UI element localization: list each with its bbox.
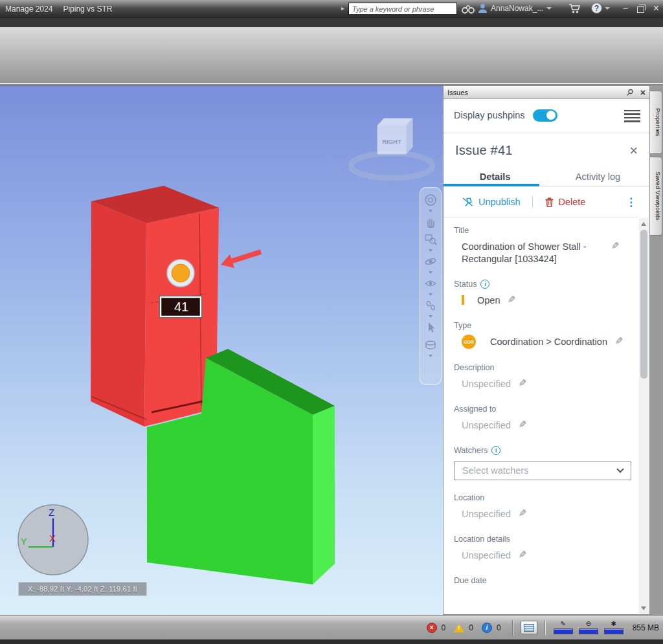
panel-pin-icon[interactable]: [626, 89, 634, 96]
type-field-label: Type: [454, 321, 631, 330]
status-bar: × 0 0 i 0 ✎ ⊖ ✱ 855 MB: [0, 615, 663, 639]
3d-mouse-tool-icon[interactable]: [423, 337, 438, 353]
location-edit-icon[interactable]: ✎: [519, 508, 527, 518]
pencil-meter-bar: [554, 628, 573, 634]
web-meter-bar: [604, 628, 624, 634]
delete-button[interactable]: Delete: [545, 197, 586, 208]
error-count-icon[interactable]: ×: [427, 623, 437, 633]
red-box-left-face[interactable]: [91, 201, 146, 427]
user-account-menu[interactable]: AnnaNowak_...: [478, 3, 552, 14]
model-viewport[interactable]: N S E RIGHT: [0, 85, 443, 615]
panel-scrollbar[interactable]: [639, 218, 649, 614]
title-edit-icon[interactable]: ✎: [611, 241, 620, 250]
disk-meter-bar: [579, 628, 598, 634]
3d-mouse-dropdown-icon[interactable]: [429, 355, 433, 357]
steering-wheel-dropdown-icon[interactable]: [429, 210, 433, 212]
coordination-type-badge: COR: [462, 335, 476, 349]
warning-count-icon[interactable]: [454, 623, 464, 632]
tab-properties[interactable]: Properties: [650, 91, 662, 154]
issues-menu-icon[interactable]: [624, 109, 640, 122]
viewcube-compass-ring[interactable]: [351, 153, 433, 178]
location-field-value: Unspecified: [462, 508, 511, 520]
help-menu[interactable]: ?: [591, 3, 610, 14]
titlebar-lower-strip: [0, 18, 663, 27]
annotation-arrow: [221, 252, 261, 268]
compass-letter-bottom[interactable]: E: [389, 179, 394, 186]
panel-divider: [444, 133, 649, 133]
toolbar-overflow-arrow-icon[interactable]: ▸: [341, 5, 344, 12]
sheet-browser-button[interactable]: [521, 621, 537, 634]
pan-tool-icon[interactable]: [423, 214, 438, 230]
type-edit-icon[interactable]: ✎: [615, 336, 624, 346]
description-field-label: Description: [454, 363, 631, 372]
unpublish-button[interactable]: Unpublish: [462, 197, 521, 208]
description-field-value: Unspecified: [462, 378, 511, 390]
scroll-up-icon[interactable]: [641, 222, 646, 226]
orbit-tool-icon[interactable]: [423, 253, 438, 270]
chevron-down-icon: [616, 465, 624, 472]
docked-panel-tab-strip: Properties Saved Viewpoints: [650, 85, 663, 615]
unpublish-label: Unpublish: [478, 197, 521, 207]
select-tool-icon[interactable]: [423, 319, 438, 336]
watchers-select[interactable]: Select watchers: [454, 461, 631, 480]
close-button[interactable]: ×: [653, 3, 659, 14]
restore-button[interactable]: [637, 6, 644, 13]
orbit-dropdown-icon[interactable]: [429, 271, 433, 274]
walk-tool-icon[interactable]: [423, 297, 438, 314]
info-count-icon[interactable]: i: [482, 623, 492, 633]
pushpin-center[interactable]: [172, 264, 190, 282]
compass-letter-right[interactable]: S: [434, 163, 439, 170]
issues-panel-title: Issues: [447, 89, 468, 96]
scroll-down-icon[interactable]: [641, 606, 646, 610]
store-cart-icon[interactable]: [568, 3, 581, 14]
steering-wheel-tool-icon[interactable]: [423, 192, 438, 208]
look-around-tool-icon[interactable]: [423, 275, 438, 292]
assigned-to-field-value-row: Unspecified ✎: [454, 419, 631, 432]
viewcube-face-label[interactable]: RIGHT: [382, 138, 401, 145]
issues-panel-titlebar[interactable]: Issues ×: [444, 86, 649, 99]
document-title: Piping vs STR: [63, 5, 112, 14]
assigned-to-edit-icon[interactable]: ✎: [519, 419, 527, 429]
tab-saved-viewpoints[interactable]: Saved Viewpoints: [650, 157, 662, 236]
status-info-icon[interactable]: i: [480, 280, 489, 289]
statusbar-separator-2: [545, 620, 546, 636]
minimize-button[interactable]: –: [623, 3, 627, 14]
search-input[interactable]: [348, 3, 457, 15]
watchers-placeholder: Select watchers: [462, 465, 528, 476]
zoom-tool-icon[interactable]: [423, 231, 438, 248]
location-details-edit-icon[interactable]: ✎: [519, 550, 527, 559]
green-wall-right-face[interactable]: [313, 406, 335, 584]
watchers-info-icon[interactable]: i: [491, 446, 500, 455]
title-field-label: Title: [454, 226, 631, 235]
pencil-progress-meter: ✎: [553, 621, 574, 634]
issue-close-icon[interactable]: ×: [629, 144, 638, 157]
toolbar-separator: [532, 196, 533, 208]
walk-dropdown-icon[interactable]: [429, 315, 433, 318]
pushpin-number-label: 41: [174, 300, 188, 314]
description-edit-icon[interactable]: ✎: [519, 378, 527, 388]
search-binoculars-icon[interactable]: [461, 4, 475, 14]
info-count: 0: [497, 623, 501, 632]
look-dropdown-icon[interactable]: [429, 293, 433, 296]
viewcube[interactable]: N S E RIGHT: [345, 118, 439, 186]
coordinate-readout: X: -88,92 ft Y: -4,02 ft Z: 119,61 ft: [18, 582, 147, 596]
assigned-to-field-value: Unspecified: [462, 419, 511, 432]
status-edit-icon[interactable]: ✎: [508, 294, 516, 304]
status-field-label: Status i: [454, 280, 631, 289]
display-pushpins-toggle[interactable]: [533, 109, 557, 122]
navigation-bar[interactable]: [420, 187, 442, 385]
tab-activity-log[interactable]: Activity log: [546, 169, 649, 186]
compass-letter-left[interactable]: N: [345, 163, 350, 170]
assigned-to-field-label: Assigned to: [454, 405, 631, 414]
due-date-field-label: Due date: [454, 576, 631, 585]
issue-heading: Issue #41: [455, 143, 513, 158]
location-details-field-value-row: Unspecified ✎: [454, 550, 631, 562]
panel-close-icon[interactable]: ×: [640, 88, 646, 97]
more-actions-icon[interactable]: ⋮: [625, 195, 636, 209]
pencil-meter-icon: ✎: [560, 621, 565, 628]
issues-panel: Issues × Display pushpins Issue: [443, 85, 650, 615]
web-meter-icon: ✱: [611, 621, 616, 628]
scrollbar-thumb[interactable]: [640, 230, 647, 379]
type-field-value: Coordination > Coordination: [490, 336, 607, 348]
zoom-dropdown-icon[interactable]: [429, 249, 433, 252]
